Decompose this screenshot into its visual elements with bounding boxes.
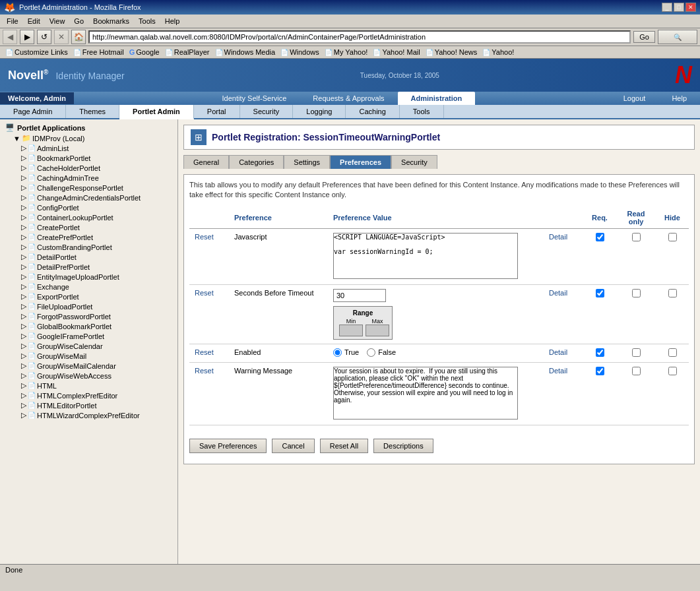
detail-seconds[interactable]: Detail: [549, 289, 567, 297]
bookmark-windows-media[interactable]: 📄 Windows Media: [214, 47, 277, 57]
sidebar-item[interactable]: ▷📄 DetailPrefPortlet: [3, 262, 175, 272]
sec-nav-portal[interactable]: Portal: [194, 105, 240, 118]
readonly-warning[interactable]: [632, 367, 641, 375]
nav-help[interactable]: Help: [658, 92, 700, 105]
sidebar-item[interactable]: ▷📄 CachingAdminTree: [3, 173, 175, 183]
cancel-button[interactable]: Cancel: [272, 439, 314, 453]
reset-all-button[interactable]: Reset All: [320, 439, 368, 453]
range-min[interactable]: [339, 325, 363, 336]
sidebar-item[interactable]: ▷📄 HTMLEditorPortlet: [3, 400, 175, 410]
sidebar-item[interactable]: ▷📄 Exchange: [3, 282, 175, 292]
home-button[interactable]: 🏠: [71, 30, 86, 44]
sidebar-item[interactable]: ▷📄 GroupWiseMail: [3, 351, 175, 361]
reset-seconds[interactable]: Reset: [195, 289, 214, 297]
req-seconds[interactable]: [596, 289, 604, 297]
back-button[interactable]: ◀: [3, 30, 17, 44]
req-warning[interactable]: [596, 367, 604, 375]
sidebar-item[interactable]: ▷📄 GroupWiseMailCalendar: [3, 361, 175, 371]
sec-nav-tools[interactable]: Tools: [400, 105, 444, 118]
hide-enabled[interactable]: [668, 348, 677, 357]
menu-go[interactable]: Go: [70, 16, 88, 26]
nav-requests-approvals[interactable]: Requests & Approvals: [300, 92, 397, 105]
sidebar-item[interactable]: ▷📄 EntityImageUploadPortlet: [3, 272, 175, 282]
reload-button[interactable]: ↺: [37, 30, 51, 44]
reset-javascript[interactable]: Reset: [195, 233, 214, 241]
tab-categories[interactable]: Categories: [229, 155, 284, 169]
sidebar-item[interactable]: ▷📄 CreatePrefPortlet: [3, 232, 175, 242]
sidebar-item[interactable]: ▷📄 CustomBrandingPortlet: [3, 242, 175, 252]
close-button[interactable]: ✕: [685, 3, 696, 12]
tab-security[interactable]: Security: [391, 155, 437, 169]
detail-enabled[interactable]: Detail: [549, 348, 567, 356]
sidebar-item[interactable]: ▷📄 GroupWiseWebAccess: [3, 371, 175, 381]
sidebar-item[interactable]: ▷📄 ConfigPortlet: [3, 202, 175, 212]
sec-nav-security[interactable]: Security: [240, 105, 294, 118]
radio-true[interactable]: [333, 348, 342, 357]
sec-nav-portlet-admin[interactable]: Portlet Admin: [119, 105, 194, 119]
tab-preferences[interactable]: Preferences: [330, 155, 391, 169]
menu-file[interactable]: File: [3, 16, 22, 26]
bookmark-yahoo[interactable]: 📄 Yahoo!: [481, 47, 515, 57]
readonly-enabled[interactable]: [632, 348, 641, 357]
req-javascript[interactable]: [596, 233, 604, 241]
bookmark-realplayer[interactable]: 📄 RealPlayer: [164, 47, 211, 57]
sidebar-item[interactable]: ▷📄 HTMLWizardComplexPrefEditor: [3, 410, 175, 420]
sidebar-item[interactable]: ▷📄 HTML: [3, 381, 175, 390]
sidebar-item[interactable]: ▷📄 GoogleIFramePortlet: [3, 331, 175, 341]
sidebar-item[interactable]: ▷📄 CreatePortlet: [3, 222, 175, 232]
bookmark-windows[interactable]: 📄 Windows: [279, 47, 321, 57]
address-bar[interactable]: [88, 30, 631, 44]
sidebar-item[interactable]: ▷📄 ForgotPasswordPortlet: [3, 311, 175, 321]
bookmark-google[interactable]: G Google: [128, 47, 161, 57]
tab-settings[interactable]: Settings: [284, 155, 330, 169]
sidebar-item[interactable]: ▷📄 HTMLComplexPrefEditor: [3, 390, 175, 400]
forward-button[interactable]: ▶: [20, 30, 34, 44]
sec-nav-themes[interactable]: Themes: [66, 105, 119, 118]
nav-logout[interactable]: Logout: [610, 92, 659, 105]
menu-view[interactable]: View: [46, 16, 69, 26]
nav-administration[interactable]: Administration: [398, 92, 476, 105]
sidebar-item[interactable]: ▷📄 CacheHolderPortlet: [3, 163, 175, 173]
reset-warning[interactable]: Reset: [195, 367, 214, 375]
sidebar-item[interactable]: ▷📄 ContainerLookupPortlet: [3, 212, 175, 222]
range-max[interactable]: [366, 325, 389, 336]
sidebar-item[interactable]: ▷📄 DetailPortlet: [3, 252, 175, 262]
bookmark-customize-links[interactable]: 📄 Customize Links: [4, 47, 69, 57]
sidebar-item[interactable]: ▷📄 GroupWiseCalendar: [3, 341, 175, 351]
sec-nav-page-admin[interactable]: Page Admin: [0, 105, 66, 118]
sidebar-item[interactable]: ▷📄 AdminList: [3, 143, 175, 153]
sidebar-item[interactable]: ▷📄 FileUploadPortlet: [3, 301, 175, 311]
reset-enabled[interactable]: Reset: [195, 348, 214, 356]
search-icon[interactable]: 🔍: [658, 30, 697, 44]
req-enabled[interactable]: [596, 348, 604, 357]
warning-value[interactable]: Your session is about to expire. If you …: [333, 367, 518, 420]
tab-general[interactable]: General: [183, 155, 229, 169]
readonly-seconds[interactable]: [632, 289, 641, 297]
readonly-javascript[interactable]: [632, 233, 641, 241]
stop-button[interactable]: ✕: [54, 30, 69, 44]
minimize-button[interactable]: _: [662, 3, 672, 12]
sec-nav-caching[interactable]: Caching: [346, 105, 399, 118]
radio-false[interactable]: [367, 348, 375, 357]
sidebar-item[interactable]: ▷📄 ChallengeResponsePortlet: [3, 183, 175, 193]
hide-seconds[interactable]: [668, 289, 677, 297]
detail-warning[interactable]: Detail: [549, 367, 567, 375]
sidebar-item[interactable]: ▷📄 ExportPortlet: [3, 292, 175, 301]
javascript-value[interactable]: <SCRIPT LANGUAGE=JavaScript> var session…: [333, 233, 518, 279]
menu-edit[interactable]: Edit: [24, 16, 44, 26]
sidebar-item[interactable]: ▷📄 ChangeAdminCredentialsPortlet: [3, 193, 175, 202]
bookmark-yahoonews[interactable]: 📄 Yahoo! News: [424, 47, 479, 57]
bookmark-myyahoo[interactable]: 📄 My Yahoo!: [323, 47, 369, 57]
window-controls[interactable]: _ □ ✕: [662, 3, 696, 12]
menu-bookmarks[interactable]: Bookmarks: [89, 16, 133, 26]
nav-identity-self-service[interactable]: Identity Self-Service: [209, 92, 300, 105]
go-button[interactable]: Go: [633, 31, 655, 43]
hide-warning[interactable]: [668, 367, 677, 375]
sidebar-item[interactable]: ▷📄 GlobalBookmarkPortlet: [3, 321, 175, 331]
descriptions-button[interactable]: Descriptions: [373, 439, 433, 453]
save-preferences-button[interactable]: Save Preferences: [189, 439, 267, 453]
hide-javascript[interactable]: [668, 233, 677, 241]
detail-javascript[interactable]: Detail: [549, 233, 567, 241]
seconds-value[interactable]: [333, 289, 386, 302]
sidebar-root[interactable]: ▼ 📁 IDMProv (Local): [3, 133, 175, 143]
